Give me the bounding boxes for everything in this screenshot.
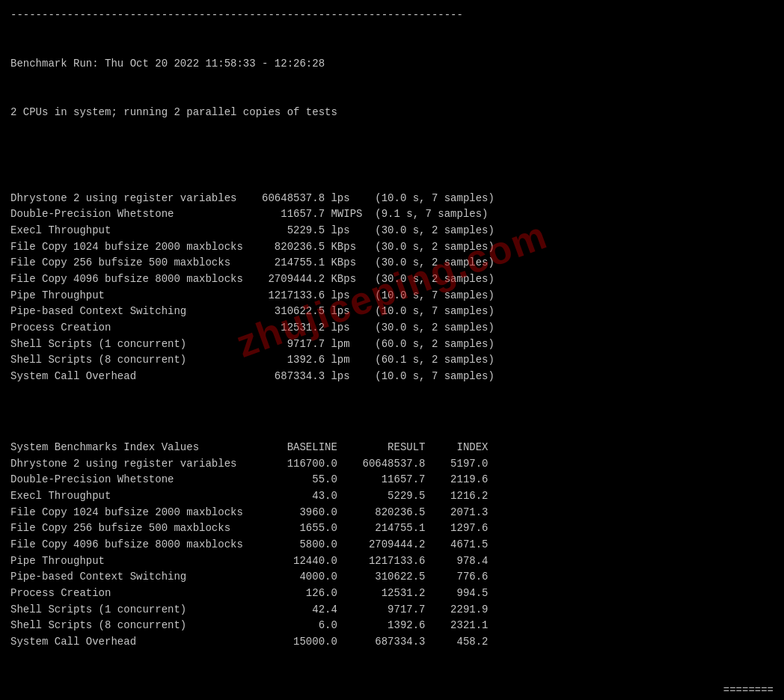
index-row: Pipe-based Context Switching 4000.0 3106… [10,569,774,586]
benchmark-line: System Call Overhead 687334.3 lps (10.0 … [10,369,774,385]
benchmark-line: Shell Scripts (1 concurrent) 9717.7 lpm … [10,337,774,353]
benchmark-line: Execl Throughput 5229.5 lps (30.0 s, 2 s… [10,223,774,239]
terminal-output: ----------------------------------------… [10,7,774,700]
header-line1: Benchmark Run: Thu Oct 20 2022 11:58:33 … [10,56,774,73]
index-row: File Copy 256 bufsize 500 maxblocks 1655… [10,521,774,537]
index-row: Process Creation 126.0 12531.2 994.5 [10,586,774,602]
header-section: Benchmark Run: Thu Oct 20 2022 11:58:33 … [10,24,774,154]
index-row: Dhrystone 2 using register variables 116… [10,456,774,473]
header-line2: 2 CPUs in system; running 2 parallel cop… [10,105,774,121]
index-row: Shell Scripts (8 concurrent) 6.0 1392.6 … [10,618,774,634]
benchmark-line: Pipe-based Context Switching 310622.5 lp… [10,304,774,320]
index-header: System Benchmarks Index Values BASELINE … [10,423,774,455]
benchmark-line: Double-Precision Whetstone 11657.7 MWIPS… [10,206,774,223]
benchmark-line: File Copy 256 bufsize 500 maxblocks 2147… [10,255,774,271]
benchmark-line: Process Creation 12531.2 lps (30.0 s, 2 … [10,320,774,337]
index-row: Shell Scripts (1 concurrent) 42.4 9717.7… [10,602,774,618]
score-section: ========System Benchmarks Index Score 16… [10,651,774,700]
benchmark-line: Dhrystone 2 using register variables 606… [10,191,774,207]
benchmark-line: Shell Scripts (8 concurrent) 1392.6 lpm … [10,352,774,369]
benchmark-line: File Copy 4096 bufsize 8000 maxblocks 27… [10,271,774,288]
index-row: Execl Throughput 43.0 5229.5 1216.2 [10,488,774,505]
benchmark-line: Pipe Throughput 1217133.6 lps (10.0 s, 7… [10,288,774,304]
index-row: Double-Precision Whetstone 55.0 11657.7 … [10,472,774,488]
benchmarks-section: Dhrystone 2 using register variables 606… [10,158,774,385]
separator-top: ----------------------------------------… [10,7,774,24]
index-section: System Benchmarks Index Values BASELINE … [10,391,774,651]
benchmark-line: File Copy 1024 bufsize 2000 maxblocks 82… [10,239,774,256]
equals-line: ======== [10,683,774,699]
index-row: File Copy 1024 bufsize 2000 maxblocks 39… [10,505,774,521]
index-row: File Copy 4096 bufsize 8000 maxblocks 58… [10,537,774,553]
index-row: Pipe Throughput 12440.0 1217133.6 978.4 [10,553,774,570]
index-row: System Call Overhead 15000.0 687334.3 45… [10,634,774,651]
